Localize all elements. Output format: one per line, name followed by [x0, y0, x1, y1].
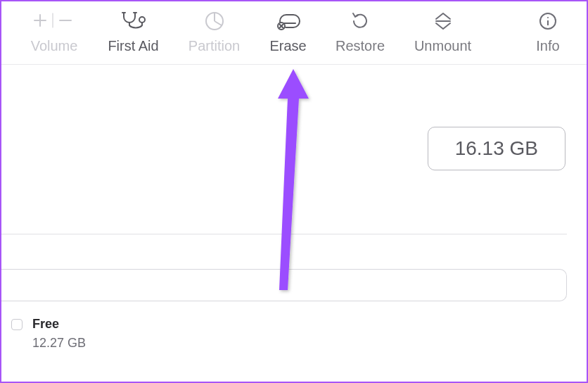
toolbar: Volume First Aid	[1, 1, 587, 65]
volume-label: Volume	[31, 38, 78, 54]
restore-button[interactable]: Restore	[321, 8, 399, 54]
free-label: Free	[32, 317, 86, 332]
restore-icon	[350, 8, 371, 34]
free-space-legend: Free 12.27 GB	[11, 317, 86, 351]
divider	[1, 234, 567, 234]
info-button[interactable]: Info	[523, 8, 573, 54]
info-icon	[538, 8, 558, 34]
erase-label: Erase	[269, 38, 306, 54]
pie-chart-icon	[204, 8, 225, 34]
unmount-button[interactable]: Unmount	[399, 8, 487, 54]
capacity-badge: 16.13 GB	[428, 127, 565, 170]
partition-label: Partition	[188, 38, 240, 54]
first-aid-label: First Aid	[108, 38, 158, 54]
erase-disk-icon	[274, 8, 302, 34]
first-aid-button[interactable]: First Aid	[93, 8, 174, 54]
volume-add-remove-icon	[32, 8, 77, 34]
svg-point-6	[139, 17, 145, 23]
usage-bar	[1, 269, 567, 301]
annotation-arrow-icon	[265, 65, 321, 297]
unmount-label: Unmount	[414, 38, 471, 54]
info-label: Info	[536, 38, 559, 54]
eject-icon	[433, 8, 454, 34]
free-value: 12.27 GB	[32, 336, 86, 351]
stethoscope-icon	[120, 8, 148, 34]
erase-button[interactable]: Erase	[255, 8, 321, 54]
restore-label: Restore	[335, 38, 385, 54]
free-swatch-icon	[11, 319, 23, 330]
volume-button[interactable]: Volume	[15, 8, 93, 54]
partition-button: Partition	[174, 8, 255, 54]
svg-point-15	[547, 17, 549, 18]
